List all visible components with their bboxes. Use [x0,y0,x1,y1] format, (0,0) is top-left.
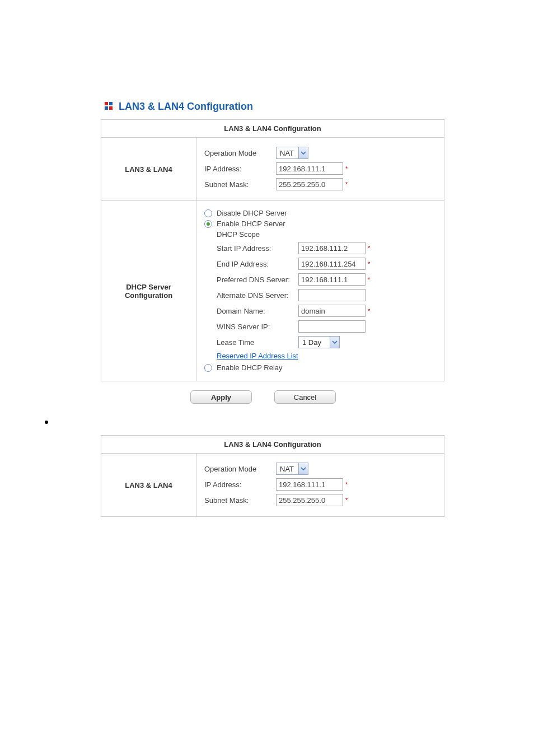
required-marker: * [345,165,348,172]
radio-icon[interactable] [204,209,212,217]
subnet-mask-label: Subnet Mask: [204,180,276,189]
disable-dhcp-label: Disable DHCP Server [217,209,287,217]
page-header: LAN3 & LAN4 Configuration [104,101,534,113]
lease-time-value: 1 Day [298,336,330,348]
table-title: LAN3 & LAN4 Configuration [101,120,444,138]
subnet-mask-label: Subnet Mask: [204,496,276,505]
chevron-down-icon[interactable] [298,463,308,475]
table-title: LAN3 & LAN4 Configuration [101,436,444,454]
lan-row-label: LAN3 & LAN4 [101,454,196,517]
lan-row-label: LAN3 & LAN4 [101,138,196,201]
subnet-mask-input[interactable] [276,494,343,506]
ip-address-label: IP Address: [204,480,276,489]
alt-dns-input[interactable] [298,289,366,301]
required-marker: * [345,481,348,488]
button-row: Apply Cancel [101,390,534,404]
domain-name-input[interactable] [298,305,366,317]
radio-icon[interactable] [204,220,212,228]
pref-dns-label: Preferred DNS Server: [217,276,298,284]
operation-mode-select[interactable]: NAT [276,463,308,475]
lease-time-select[interactable]: 1 Day [298,336,340,348]
svg-rect-1 [105,102,108,105]
operation-mode-value: NAT [276,147,298,159]
dhcp-row-content: Disable DHCP Server Enable DHCP Server D… [196,201,444,381]
enable-dhcp-radio-row[interactable]: Enable DHCP Server [204,220,436,228]
svg-rect-4 [109,106,113,110]
wins-ip-input[interactable] [298,320,366,333]
reserved-ip-link[interactable]: Reserved IP Address List [217,352,298,360]
dhcp-scope-label: DHCP Scope [217,230,436,239]
lan-config-table: LAN3 & LAN4 Configuration LAN3 & LAN4 Op… [101,119,444,381]
wins-ip-label: WINS Server IP: [217,323,298,331]
ip-address-label: IP Address: [204,165,276,173]
lan-row-content: Operation Mode NAT IP Address: * Subnet … [196,138,444,201]
apply-button[interactable]: Apply [190,390,252,404]
enable-dhcp-label: Enable DHCP Server [217,220,285,228]
pref-dns-input[interactable] [298,273,366,286]
ip-address-input[interactable] [276,478,343,491]
header-icon [104,101,113,112]
svg-rect-2 [109,102,113,105]
required-marker: * [345,181,348,188]
svg-rect-3 [105,106,108,110]
operation-mode-select[interactable]: NAT [276,147,308,159]
required-marker: * [345,497,348,503]
end-ip-label: End IP Address: [217,260,298,268]
operation-mode-label: Operation Mode [204,149,276,157]
lease-time-label: Lease Time [217,338,298,347]
subnet-mask-input[interactable] [276,178,343,190]
ip-address-input[interactable] [276,162,343,175]
enable-dhcp-relay-radio-row[interactable]: Enable DHCP Relay [204,363,436,372]
domain-name-label: Domain Name: [217,307,298,315]
end-ip-input[interactable] [298,258,366,270]
enable-dhcp-relay-label: Enable DHCP Relay [217,363,283,372]
start-ip-input[interactable] [298,242,366,254]
required-marker: * [368,245,370,251]
cancel-button[interactable]: Cancel [274,390,336,404]
bullet-icon [45,421,48,424]
lan-row-content: Operation Mode NAT IP Address: * Subnet … [196,454,444,517]
required-marker: * [368,307,370,314]
lan-config-table-2: LAN3 & LAN4 Configuration LAN3 & LAN4 Op… [101,435,444,517]
page-title: LAN3 & LAN4 Configuration [119,101,253,113]
chevron-down-icon[interactable] [298,147,308,159]
required-marker: * [368,260,370,267]
alt-dns-label: Alternate DNS Server: [217,291,298,300]
operation-mode-label: Operation Mode [204,465,276,473]
radio-icon[interactable] [204,364,212,372]
dhcp-row-label: DHCP Server Configuration [101,201,196,381]
disable-dhcp-radio-row[interactable]: Disable DHCP Server [204,209,436,217]
operation-mode-value: NAT [276,463,298,475]
required-marker: * [368,276,370,283]
start-ip-label: Start IP Address: [217,244,298,253]
chevron-down-icon[interactable] [330,336,340,348]
